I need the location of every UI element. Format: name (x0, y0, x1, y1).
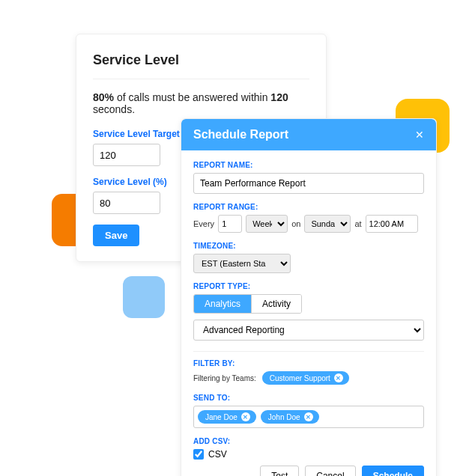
timezone-label: TIMEZONE: (193, 242, 424, 250)
schedule-button[interactable]: Schedule (362, 466, 424, 476)
sendto-chip[interactable]: Jane Doe ✕ (198, 410, 256, 424)
sl-desc-end: seconds. (93, 103, 135, 115)
sl-target-input[interactable] (93, 144, 160, 166)
tab-analytics[interactable]: Analytics (194, 295, 251, 313)
decor-blue (123, 276, 165, 318)
sendto-label: SEND TO: (193, 394, 424, 402)
sendto-chip[interactable]: John Doe ✕ (261, 410, 319, 424)
tab-activity[interactable]: Activity (251, 295, 301, 313)
timezone-select[interactable]: EST (Eastern Sta (193, 254, 291, 273)
sr-footer: Test Cancel Schedule (193, 466, 424, 476)
report-type-label: REPORT TYPE: (193, 282, 424, 290)
cancel-button[interactable]: Cancel (305, 466, 355, 476)
sr-title: Schedule Report (193, 128, 288, 141)
sendto-chip-label: Jane Doe (205, 413, 237, 421)
report-range-row: Every Week on Sunday at (193, 215, 424, 233)
sr-divider-1 (193, 351, 424, 352)
filter-chip-label: Customer Support (270, 374, 330, 382)
report-subtype-select[interactable]: Advanced Reporting (193, 320, 424, 341)
range-period-select[interactable]: Week (246, 215, 288, 233)
filter-chip-remove-icon[interactable]: ✕ (334, 373, 343, 382)
sl-divider (93, 79, 309, 79)
report-range-label: REPORT RANGE: (193, 203, 424, 211)
sendto-input[interactable]: Jane Doe ✕ John Doe ✕ (193, 406, 424, 428)
range-day-select[interactable]: Sunday (304, 215, 351, 233)
filter-chip-customer-support[interactable]: Customer Support ✕ (262, 371, 349, 385)
range-at: at (354, 219, 361, 228)
sl-title: Service Level (93, 52, 309, 68)
csv-label: ADD CSV: (193, 437, 424, 445)
sr-body: REPORT NAME: REPORT RANGE: Every Week on… (181, 150, 436, 476)
filter-row: Filtering by Teams: Customer Support ✕ (193, 371, 424, 385)
range-every: Every (193, 219, 214, 228)
schedule-report-card: Schedule Report ✕ REPORT NAME: REPORT RA… (181, 118, 437, 476)
report-type-tabs: Analytics Activity (193, 294, 302, 314)
report-name-label: REPORT NAME: (193, 161, 424, 169)
sendto-chip-remove-icon[interactable]: ✕ (304, 412, 313, 421)
sr-header: Schedule Report ✕ (181, 119, 436, 150)
report-name-input[interactable] (193, 173, 424, 194)
save-button[interactable]: Save (93, 225, 139, 246)
filter-teams-label: Filtering by Teams: (193, 374, 256, 382)
sl-pct-input[interactable] (93, 192, 160, 214)
csv-checkbox[interactable] (193, 449, 204, 460)
sl-desc-mid: of calls must be answered within (114, 91, 270, 103)
sl-description: 80% of calls must be answered within 120… (93, 91, 309, 115)
test-button[interactable]: Test (260, 466, 299, 476)
sendto-chip-remove-icon[interactable]: ✕ (241, 412, 250, 421)
range-on: on (291, 219, 300, 228)
sendto-chip-label: John Doe (268, 413, 300, 421)
sl-desc-pct: 80% (93, 91, 114, 103)
csv-row: CSV (193, 449, 424, 460)
range-number-input[interactable] (218, 215, 242, 233)
close-icon[interactable]: ✕ (415, 129, 424, 141)
filter-by-label: FILTER BY: (193, 359, 424, 367)
range-time-input[interactable] (366, 215, 418, 233)
csv-text: CSV (208, 449, 227, 460)
sl-desc-sec: 120 (270, 91, 288, 103)
